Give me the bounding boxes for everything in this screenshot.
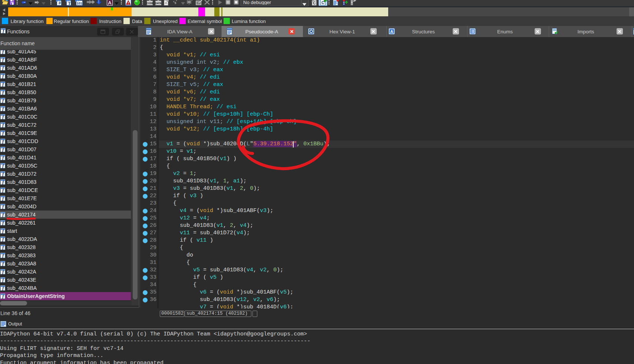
svg-text:#: # [59,1,61,5]
svg-text:101: 101 [76,1,82,5]
svg-text:A: A [165,1,167,5]
svg-text:A: A [390,29,393,34]
svg-text:‘s: ‘s [173,0,176,5]
svg-text:CODE: CODE [146,2,153,4]
svg-text:A: A [108,0,112,6]
svg-text:C: C [313,1,316,5]
svg-text:DATA: DATA [155,2,162,4]
svg-text:T: T [68,1,71,6]
